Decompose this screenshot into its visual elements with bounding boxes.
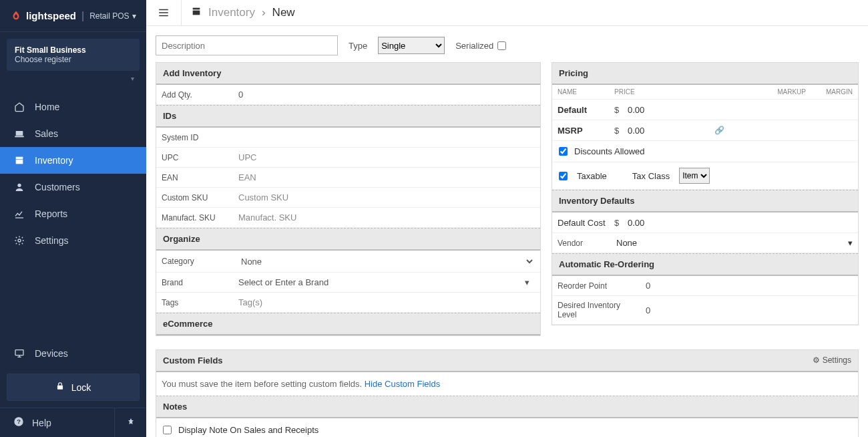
chart-icon <box>13 208 25 220</box>
chevron-down-icon: ▾ <box>132 11 136 21</box>
type-select[interactable]: Single <box>378 37 445 54</box>
add-qty-label: Add Qty. <box>156 86 233 104</box>
section-add-inventory: Add Inventory <box>156 63 540 85</box>
nav-sales[interactable]: Sales <box>0 120 146 147</box>
col-price: PRICE <box>614 88 721 96</box>
svg-rect-1 <box>15 136 23 137</box>
vendor-value: None <box>616 238 637 248</box>
menu-toggle[interactable] <box>156 5 172 21</box>
breadcrumb-parent[interactable]: Inventory <box>208 6 255 19</box>
col-markup: MARKUP <box>752 88 806 96</box>
nav-home[interactable]: Home <box>0 94 146 120</box>
svg-point-4 <box>17 184 21 187</box>
nav-home-label: Home <box>35 102 59 112</box>
register-prompt: Choose register <box>15 55 132 64</box>
reorder-point-label: Reorder Point <box>552 277 640 295</box>
business-name: Fit Small Business <box>15 45 132 55</box>
flame-icon <box>10 10 22 22</box>
col-margin: MARGIN <box>806 88 853 96</box>
custom-sku-input[interactable] <box>238 192 535 202</box>
nav-inventory[interactable]: Inventory <box>0 147 146 174</box>
taxable-checkbox[interactable] <box>559 172 568 180</box>
custom-fields-title: Custom Fields <box>163 355 223 366</box>
add-qty-input[interactable] <box>238 90 535 100</box>
logo-bar: lightspeed | Retail POS ▾ <box>0 0 146 32</box>
monitor-icon <box>13 347 25 359</box>
section-pricing: Pricing <box>552 63 858 85</box>
help-button[interactable]: ? Help <box>0 408 114 437</box>
tax-class-select[interactable]: Item <box>679 168 710 184</box>
product-switcher[interactable]: Retail POS ▾ <box>89 11 136 21</box>
serialized-toggle[interactable]: Serialized <box>455 41 506 51</box>
price-msrp-name: MSRP <box>558 126 614 136</box>
svg-rect-11 <box>193 10 200 15</box>
manuf-sku-input[interactable] <box>238 212 535 223</box>
breadcrumb-current: New <box>272 6 295 19</box>
nav-customers[interactable]: Customers <box>0 174 146 200</box>
pin-button[interactable] <box>114 408 146 437</box>
topbar-divider <box>181 0 182 25</box>
currency-symbol: $ <box>614 218 628 228</box>
logo-divider: | <box>81 10 84 22</box>
brand-dropdown[interactable]: Select or Enter a Brand ▾ <box>238 277 535 287</box>
nav-devices-label: Devices <box>35 348 68 359</box>
tags-input[interactable] <box>238 297 535 307</box>
section-ids: IDs <box>156 105 540 128</box>
gear-icon <box>13 235 25 247</box>
hide-custom-fields-link[interactable]: Hide Custom Fields <box>365 379 440 389</box>
desired-level-label: Desired Inventory Level <box>552 296 640 324</box>
discounts-label: Discounts Allowed <box>574 146 645 156</box>
display-note-label: Display Note On Sales and Receipts <box>178 425 318 435</box>
nav-inventory-label: Inventory <box>35 155 73 166</box>
system-id-value <box>233 135 540 140</box>
price-default-value[interactable]: 0.00 <box>628 105 714 115</box>
price-msrp-value[interactable]: 0.00 <box>628 126 714 136</box>
nav-settings-label: Settings <box>35 235 69 246</box>
discounts-checkbox[interactable] <box>559 147 568 156</box>
link-icon[interactable]: 🔗 <box>714 126 724 135</box>
taxable-label: Taxable <box>577 171 607 181</box>
tags-label: Tags <box>156 293 233 312</box>
question-icon: ? <box>13 416 24 429</box>
svg-rect-3 <box>16 160 23 164</box>
section-ecommerce: eCommerce <box>156 313 540 335</box>
chevron-right-icon: › <box>262 6 266 19</box>
lock-button[interactable]: Lock <box>7 374 140 401</box>
serialized-checkbox[interactable] <box>497 41 506 50</box>
main-nav: Home Sales Inventory Customers Reports S… <box>0 91 146 340</box>
nav-customers-label: Customers <box>35 182 80 192</box>
svg-rect-7 <box>57 386 63 390</box>
nav-settings[interactable]: Settings <box>0 227 146 254</box>
svg-rect-2 <box>16 157 23 159</box>
default-cost-value[interactable]: 0.00 <box>628 218 714 228</box>
category-label: Category <box>156 252 233 271</box>
desired-level-input[interactable] <box>646 305 853 315</box>
register-selector[interactable]: Fit Small Business Choose register <box>7 39 140 71</box>
type-label: Type <box>349 41 367 51</box>
vendor-dropdown[interactable]: None ▾ <box>616 238 853 248</box>
section-auto-reorder: Automatic Re-Ordering <box>552 253 858 276</box>
manuf-sku-label: Manufact. SKU <box>156 208 233 227</box>
custom-fields-settings-label: Settings <box>823 355 851 365</box>
home-icon <box>13 101 25 113</box>
upc-input[interactable] <box>238 152 535 162</box>
svg-rect-0 <box>16 131 23 136</box>
upc-label: UPC <box>156 148 233 167</box>
inventory-icon <box>191 6 202 20</box>
user-icon <box>13 181 25 193</box>
custom-fields-message: You must save the item before setting cu… <box>156 372 858 396</box>
nav-reports[interactable]: Reports <box>0 200 146 227</box>
custom-fields-settings-link[interactable]: ⚙ Settings <box>813 355 851 365</box>
brand-placeholder: Select or Enter a Brand <box>238 277 329 287</box>
category-select[interactable]: None <box>238 253 535 269</box>
svg-rect-6 <box>15 350 23 355</box>
register-toggle-caret[interactable]: ▾ <box>0 71 146 86</box>
nav-devices[interactable]: Devices <box>0 340 146 367</box>
svg-rect-10 <box>193 7 200 9</box>
currency-symbol: $ <box>614 105 628 115</box>
ean-input[interactable] <box>238 172 535 182</box>
display-note-checkbox[interactable] <box>163 426 172 434</box>
reorder-point-input[interactable] <box>646 281 853 291</box>
brand-logo: lightspeed <box>10 10 76 22</box>
description-input[interactable] <box>156 35 338 55</box>
